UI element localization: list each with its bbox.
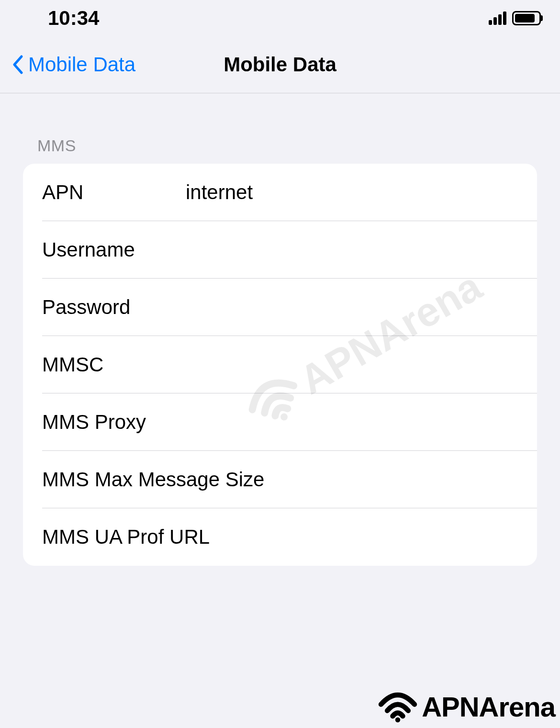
mms-proxy-field[interactable] [186, 411, 518, 434]
wifi-icon [376, 690, 419, 723]
content-area: MMS APN Username Password MMSC MMS Proxy [0, 93, 560, 566]
apn-label: APN [42, 181, 186, 204]
apn-row[interactable]: APN [23, 164, 537, 221]
footer-brand: APNArena [376, 690, 555, 723]
mms-ua-prof-row[interactable]: MMS UA Prof URL [23, 508, 537, 566]
mms-max-size-row[interactable]: MMS Max Message Size [23, 451, 537, 508]
chevron-left-icon [12, 55, 23, 74]
status-bar: 10:34 [0, 0, 560, 36]
navigation-bar: Mobile Data Mobile Data [0, 36, 560, 93]
footer-brand-text: APNArena [422, 691, 555, 723]
mms-proxy-row[interactable]: MMS Proxy [23, 393, 537, 451]
back-button[interactable]: Mobile Data [12, 53, 135, 76]
mms-settings-group: APN Username Password MMSC MMS Proxy MMS… [23, 164, 537, 566]
password-label: Password [42, 296, 186, 319]
mmsc-field[interactable] [186, 353, 518, 376]
back-label: Mobile Data [28, 53, 135, 76]
apn-field[interactable] [186, 181, 518, 204]
page-title: Mobile Data [224, 53, 336, 76]
mmsc-row[interactable]: MMSC [23, 336, 537, 393]
password-row[interactable]: Password [23, 279, 537, 336]
username-field[interactable] [186, 238, 518, 261]
mms-proxy-label: MMS Proxy [42, 411, 186, 434]
battery-icon [512, 11, 541, 25]
mms-ua-prof-field[interactable] [210, 526, 518, 549]
svg-point-1 [395, 717, 401, 723]
section-header-mms: MMS [23, 136, 537, 164]
password-field[interactable] [186, 296, 518, 319]
status-time: 10:34 [48, 7, 99, 30]
username-row[interactable]: Username [23, 221, 537, 279]
username-label: Username [42, 238, 186, 261]
mms-max-size-field[interactable] [264, 468, 518, 491]
cellular-signal-icon [489, 11, 506, 25]
status-indicators [489, 11, 541, 25]
mms-max-size-label: MMS Max Message Size [42, 468, 264, 491]
mmsc-label: MMSC [42, 353, 186, 376]
mms-ua-prof-label: MMS UA Prof URL [42, 526, 210, 549]
